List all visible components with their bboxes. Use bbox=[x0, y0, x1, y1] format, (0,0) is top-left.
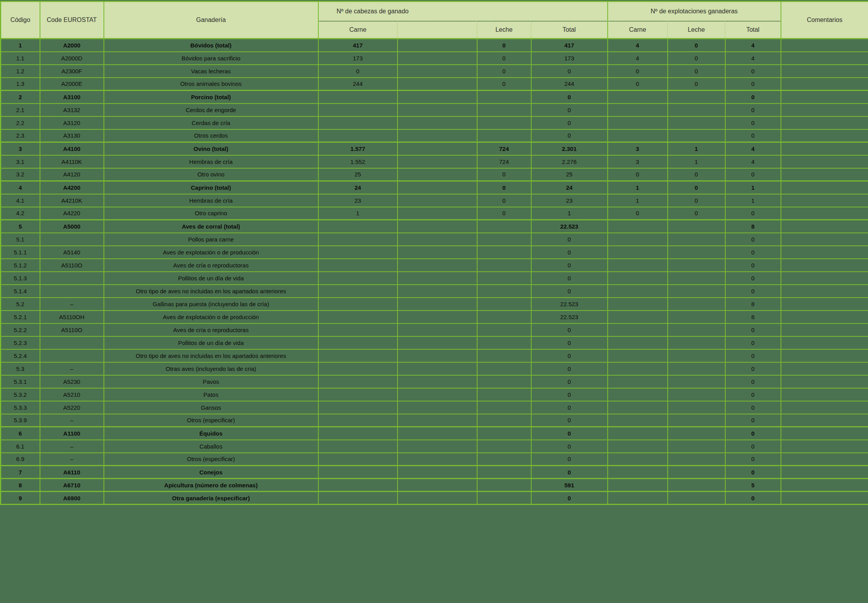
cell-codigo: 5.3.1 bbox=[1, 375, 40, 388]
cell-c-blank bbox=[398, 246, 477, 259]
cell-c-leche bbox=[477, 401, 531, 414]
table-row: 4.1A4210KHembras de cría23023101 bbox=[1, 194, 868, 207]
cell-c-leche: 0 bbox=[477, 78, 531, 91]
cell-e-leche: 1 bbox=[668, 142, 725, 155]
cell-comentarios bbox=[781, 466, 868, 479]
cell-e-carne bbox=[608, 220, 668, 233]
cell-eurostat: A3120 bbox=[40, 116, 104, 129]
cell-e-total: 5 bbox=[725, 479, 781, 492]
cell-codigo: 6.1 bbox=[1, 440, 40, 453]
header-code-eurostat: Code EUROSTAT bbox=[40, 2, 104, 39]
cell-c-blank bbox=[398, 414, 477, 427]
cell-e-leche bbox=[668, 220, 725, 233]
cell-e-leche bbox=[668, 233, 725, 246]
cell-comentarios bbox=[781, 207, 868, 220]
cell-c-leche: 0 bbox=[477, 52, 531, 65]
cell-comentarios bbox=[781, 298, 868, 311]
cell-ganaderia: Aves de cría o reproductoras bbox=[104, 259, 318, 272]
cell-e-total: 8 bbox=[725, 298, 781, 311]
cell-codigo: 5.3.9 bbox=[1, 414, 40, 427]
cell-e-leche bbox=[668, 427, 725, 440]
cell-comentarios bbox=[781, 91, 868, 104]
cell-c-blank bbox=[398, 194, 477, 207]
cell-c-leche bbox=[477, 129, 531, 142]
cell-e-total: 8 bbox=[725, 311, 781, 323]
cell-c-blank bbox=[398, 78, 477, 91]
cell-eurostat: A4210K bbox=[40, 194, 104, 207]
cell-e-leche bbox=[668, 298, 725, 311]
cell-e-total: 4 bbox=[725, 39, 781, 52]
cell-comentarios bbox=[781, 104, 868, 116]
cell-c-total: 0 bbox=[531, 104, 608, 116]
cell-codigo: 4.1 bbox=[1, 194, 40, 207]
cell-comentarios bbox=[781, 65, 868, 78]
cell-e-carne bbox=[608, 91, 668, 104]
cell-e-carne bbox=[608, 414, 668, 427]
table-row: 1.3A2000EOtros animales bovinos244024400… bbox=[1, 78, 868, 91]
cell-comentarios bbox=[781, 375, 868, 388]
cell-c-total: 23 bbox=[531, 194, 608, 207]
cell-ganaderia: Otra ganadería (especificar) bbox=[104, 492, 318, 505]
cell-comentarios bbox=[781, 142, 868, 155]
table-row: 9A6900Otra ganadería (especificar)00 bbox=[1, 492, 868, 505]
cell-c-blank bbox=[398, 453, 477, 466]
cell-c-leche bbox=[477, 414, 531, 427]
cell-codigo: 1.3 bbox=[1, 78, 40, 91]
cell-e-leche bbox=[668, 414, 725, 427]
cell-c-leche bbox=[477, 233, 531, 246]
cell-e-carne bbox=[608, 129, 668, 142]
table-row: 5.1.3Pollitos de un día de vida00 bbox=[1, 272, 868, 285]
table-row: 5.3.2A5210Patos00 bbox=[1, 388, 868, 401]
header-group-cabezas: Nº de cabezas de ganado bbox=[318, 2, 608, 21]
cell-e-carne: 1 bbox=[608, 194, 668, 207]
cell-c-total: 0 bbox=[531, 323, 608, 336]
cell-c-total: 0 bbox=[531, 440, 608, 453]
cell-e-carne bbox=[608, 259, 668, 272]
cell-codigo: 3.2 bbox=[1, 168, 40, 181]
cell-eurostat: A6710 bbox=[40, 479, 104, 492]
cell-c-total: 0 bbox=[531, 246, 608, 259]
cell-e-leche: 0 bbox=[668, 168, 725, 181]
cell-e-total: 0 bbox=[725, 414, 781, 427]
cell-codigo: 6 bbox=[1, 427, 40, 440]
cell-e-carne bbox=[608, 272, 668, 285]
cell-c-carne: 1 bbox=[318, 207, 398, 220]
cell-e-leche bbox=[668, 116, 725, 129]
cell-comentarios bbox=[781, 246, 868, 259]
cell-e-total: 0 bbox=[725, 104, 781, 116]
table-row: 5.1.1A5140Aves de explotación o de produ… bbox=[1, 246, 868, 259]
cell-eurostat: A5110O bbox=[40, 259, 104, 272]
cell-ganaderia: Aves de explotación o de producción bbox=[104, 311, 318, 323]
cell-c-leche bbox=[477, 272, 531, 285]
cell-codigo: 2.3 bbox=[1, 129, 40, 142]
cell-e-carne: 3 bbox=[608, 142, 668, 155]
cell-comentarios bbox=[781, 401, 868, 414]
cell-codigo: 5.1.3 bbox=[1, 272, 40, 285]
cell-c-carne bbox=[318, 104, 398, 116]
cell-c-blank bbox=[398, 388, 477, 401]
cell-c-blank bbox=[398, 375, 477, 388]
cell-c-leche bbox=[477, 246, 531, 259]
cell-e-carne bbox=[608, 401, 668, 414]
cell-e-leche: 0 bbox=[668, 65, 725, 78]
cell-ganaderia: Bóvidos para sacrificio bbox=[104, 52, 318, 65]
cell-ganaderia: Porcino (total) bbox=[104, 91, 318, 104]
cell-e-carne: 0 bbox=[608, 65, 668, 78]
cell-e-carne bbox=[608, 375, 668, 388]
table-row: 2.2A3120Cerdas de cría00 bbox=[1, 116, 868, 129]
cell-codigo: 2.2 bbox=[1, 116, 40, 129]
cell-c-carne bbox=[318, 259, 398, 272]
cell-ganaderia: Vacas lecheras bbox=[104, 65, 318, 78]
cell-c-total: 0 bbox=[531, 336, 608, 349]
header-cabezas-carne: Carne bbox=[318, 21, 398, 39]
cell-c-carne: 24 bbox=[318, 181, 398, 194]
cell-e-total: 0 bbox=[725, 349, 781, 362]
cell-comentarios bbox=[781, 220, 868, 233]
cell-e-leche bbox=[668, 91, 725, 104]
cell-ganaderia: Otros (especificar) bbox=[104, 453, 318, 466]
cell-e-carne bbox=[608, 466, 668, 479]
table-row: 4A4200Caprino (total)24024101 bbox=[1, 181, 868, 194]
cell-codigo: 5.2.3 bbox=[1, 336, 40, 349]
cell-c-carne bbox=[318, 323, 398, 336]
cell-eurostat: – bbox=[40, 453, 104, 466]
